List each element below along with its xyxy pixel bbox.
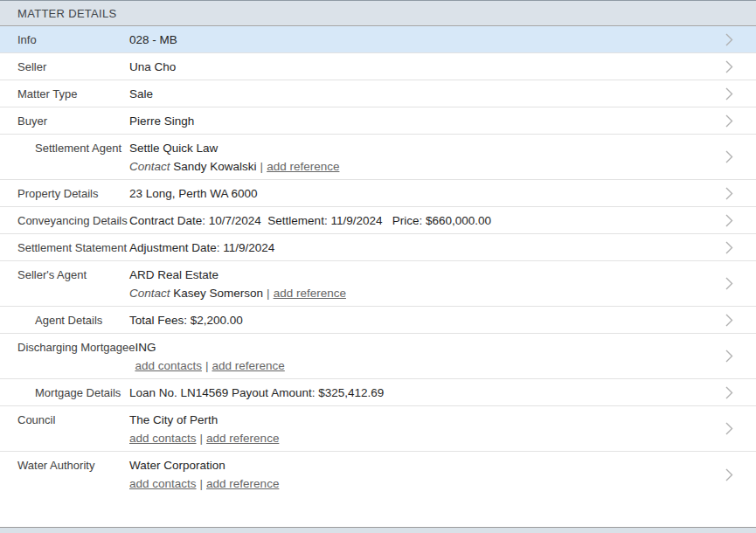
matter-row-settlement-statement[interactable]: Settlement Statement Adjustment Date: 11… [0, 234, 756, 261]
matter-rows: Info 028 - MB Seller Una Cho Matter Type… [0, 26, 756, 497]
row-secondary-line: add contacts|add reference [129, 474, 716, 493]
chevron-right-icon [725, 277, 733, 291]
matter-row-conveyancing-details[interactable]: Conveyancing Details Contract Date: 10/7… [0, 207, 756, 234]
chevron-right-icon [725, 114, 733, 128]
row-value: ING add contacts|add reference [135, 338, 716, 375]
row-value: Settle Quick Law Contact Sandy Kowalski|… [129, 139, 716, 176]
add-contacts-link[interactable]: add contacts [129, 477, 197, 490]
row-label: Mortgage Details [0, 384, 129, 402]
row-label: Agent Details [0, 311, 129, 329]
row-value: Total Fees: $2,200.00 [129, 311, 716, 329]
row-primary-value: Contract Date: 10/7/2024 Settlement: 11/… [129, 211, 716, 230]
row-value: Una Cho [129, 58, 716, 76]
row-label: Property Details [0, 184, 129, 203]
row-label: Settlement Statement [0, 239, 129, 257]
link-separator: | [260, 160, 264, 173]
link-separator: | [200, 432, 204, 445]
row-primary-value: Sale [129, 85, 716, 103]
contact-name: Sandy Kowalski [173, 160, 256, 173]
row-label: Discharging Mortgagee [0, 338, 135, 356]
row-primary-value: 028 - MB [129, 31, 716, 49]
row-primary-value: Adjustment Date: 11/9/2024 [129, 239, 716, 257]
add-reference-link[interactable]: add reference [267, 160, 339, 173]
matter-row-discharging-mortgagee[interactable]: Discharging Mortgagee ING add contacts|a… [0, 334, 756, 379]
chevron-right-icon [725, 240, 733, 254]
row-value: 028 - MB [129, 31, 716, 49]
chevron-right-icon [725, 467, 733, 481]
link-separator: | [267, 287, 270, 300]
row-secondary-line: Contact Sandy Kowalski|add reference [129, 157, 716, 176]
chevron-right-icon [725, 186, 733, 200]
chevron-right-icon [725, 150, 733, 164]
chevron-right-icon [725, 350, 733, 363]
row-primary-value: The City of Perth [129, 411, 716, 429]
row-value: Loan No. LN14569 Payout Amount: $325,412… [129, 384, 716, 402]
contact-prefix-label: Contact [129, 287, 170, 300]
row-label: Seller's Agent [0, 266, 129, 284]
row-label: Settlement Agent [0, 139, 129, 157]
matter-row-info[interactable]: Info 028 - MB [0, 26, 756, 53]
matter-row-mortgage-details[interactable]: Mortgage Details Loan No. LN14569 Payout… [0, 379, 756, 406]
row-value: ARD Real Estate Contact Kasey Somerson|a… [129, 266, 716, 302]
row-label: Water Authority [0, 456, 129, 474]
link-separator: | [200, 477, 204, 490]
row-primary-value: Loan No. LN14569 Payout Amount: $325,412… [129, 384, 716, 402]
add-contacts-link[interactable]: add contacts [135, 359, 202, 372]
row-label: Seller [0, 58, 129, 76]
row-label: Info [0, 31, 129, 49]
chevron-right-icon [725, 59, 733, 73]
chevron-right-icon [725, 32, 733, 46]
row-primary-value: ING [135, 338, 716, 356]
row-value: Pierre Singh [129, 112, 716, 130]
matter-row-matter-type[interactable]: Matter Type Sale [0, 80, 756, 107]
row-primary-value: Pierre Singh [129, 112, 716, 130]
row-primary-value: 23 Long, Perth WA 6000 [129, 184, 716, 203]
next-section-header-bar[interactable] [0, 527, 756, 533]
contact-name: Kasey Somerson [173, 287, 263, 300]
matter-details-panel: MATTER DETAILS Info 028 - MB Seller Una … [0, 0, 756, 533]
panel-header[interactable]: MATTER DETAILS [0, 0, 756, 26]
matter-row-seller-s-agent[interactable]: Seller's Agent ARD Real Estate Contact K… [0, 261, 756, 307]
row-label: Buyer [0, 112, 129, 130]
row-secondary-line: add contacts|add reference [129, 429, 716, 447]
add-reference-link[interactable]: add reference [274, 287, 346, 300]
row-secondary-line: add contacts|add reference [135, 356, 716, 375]
add-contacts-link[interactable]: add contacts [129, 432, 197, 445]
row-secondary-line: Contact Kasey Somerson|add reference [129, 284, 716, 302]
chevron-right-icon [725, 422, 733, 436]
add-reference-link[interactable]: add reference [206, 432, 279, 445]
add-reference-link[interactable]: add reference [212, 359, 284, 372]
matter-row-settlement-agent[interactable]: Settlement Agent Settle Quick Law Contac… [0, 135, 756, 180]
contact-prefix-label: Contact [129, 160, 170, 173]
link-separator: | [205, 359, 209, 372]
row-label: Conveyancing Details [0, 211, 129, 230]
panel-title: MATTER DETAILS [17, 7, 117, 20]
row-label: Council [0, 411, 129, 429]
row-value: The City of Perth add contacts|add refer… [129, 411, 716, 447]
row-value: 23 Long, Perth WA 6000 [129, 184, 716, 203]
matter-row-water-authority[interactable]: Water Authority Water Corporation add co… [0, 452, 756, 497]
row-primary-value: Una Cho [129, 58, 716, 76]
row-label: Matter Type [0, 85, 129, 103]
matter-row-property-details[interactable]: Property Details 23 Long, Perth WA 6000 [0, 180, 756, 207]
row-value: Adjustment Date: 11/9/2024 [129, 239, 716, 257]
row-primary-value: Water Corporation [129, 456, 716, 474]
matter-row-agent-details[interactable]: Agent Details Total Fees: $2,200.00 [0, 307, 756, 334]
matter-row-council[interactable]: Council The City of Perth add contacts|a… [0, 406, 756, 452]
row-value: Water Corporation add contacts|add refer… [129, 456, 716, 493]
chevron-right-icon [725, 385, 733, 399]
matter-row-seller[interactable]: Seller Una Cho [0, 53, 756, 80]
row-value: Contract Date: 10/7/2024 Settlement: 11/… [129, 211, 716, 230]
row-value: Sale [129, 85, 716, 103]
matter-row-buyer[interactable]: Buyer Pierre Singh [0, 107, 756, 135]
chevron-right-icon [725, 313, 733, 327]
chevron-right-icon [725, 87, 733, 100]
row-primary-value: Total Fees: $2,200.00 [129, 311, 716, 329]
add-reference-link[interactable]: add reference [206, 477, 279, 490]
row-primary-value: ARD Real Estate [129, 266, 716, 284]
row-primary-value: Settle Quick Law [129, 139, 716, 157]
chevron-right-icon [725, 213, 733, 227]
